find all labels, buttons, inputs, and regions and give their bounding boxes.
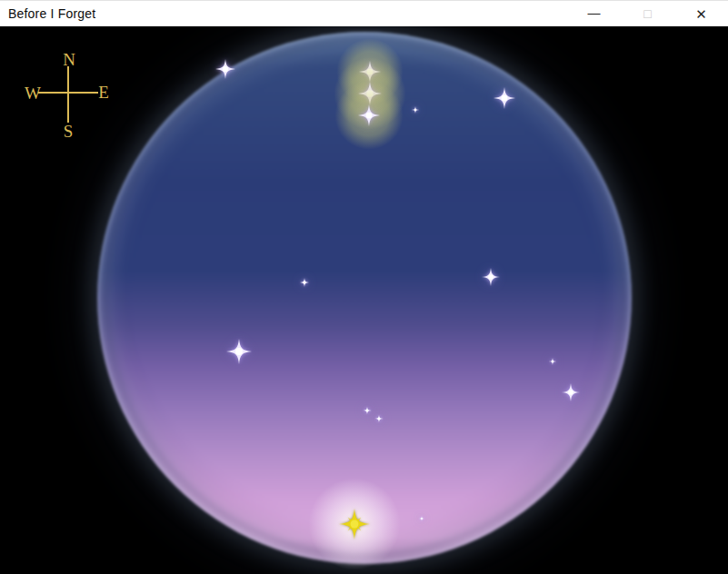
close-button[interactable]: ✕ <box>674 1 728 26</box>
star <box>549 358 556 365</box>
maximize-button[interactable]: □ <box>621 1 674 26</box>
compass-line-vertical <box>67 66 69 123</box>
yellow-star-halo <box>334 57 406 130</box>
star <box>412 106 419 114</box>
close-icon: ✕ <box>695 7 707 21</box>
star <box>358 104 380 126</box>
star <box>358 82 382 105</box>
star <box>375 415 384 423</box>
compass-line-horizontal <box>38 92 98 94</box>
window-controls: — □ ✕ <box>567 1 728 26</box>
star <box>419 516 424 521</box>
star <box>562 383 580 401</box>
star <box>215 59 235 79</box>
minimize-icon: — <box>588 6 601 19</box>
yellow-star-halo <box>336 38 404 105</box>
star <box>300 278 309 287</box>
star <box>364 407 372 415</box>
star <box>359 61 381 83</box>
window-title: Before I Forget <box>8 6 95 21</box>
yellow-star-halo <box>334 81 404 150</box>
star <box>482 268 500 286</box>
game-viewport[interactable]: N E S W <box>0 26 728 574</box>
compass-west-label: W <box>25 84 41 102</box>
titlebar: Before I Forget — □ ✕ <box>0 0 728 26</box>
window: Before I Forget — □ ✕ N E S W <box>0 0 728 574</box>
star <box>494 87 515 109</box>
compass: N E S W <box>0 26 136 163</box>
star <box>226 339 252 364</box>
compass-north-label: N <box>63 51 75 68</box>
compass-east-label: E <box>98 84 109 101</box>
minimize-button[interactable]: — <box>567 1 621 26</box>
white-star-halo <box>307 477 403 572</box>
yellow-star <box>339 509 370 539</box>
compass-south-label: S <box>64 123 74 140</box>
maximize-icon: □ <box>643 7 651 20</box>
